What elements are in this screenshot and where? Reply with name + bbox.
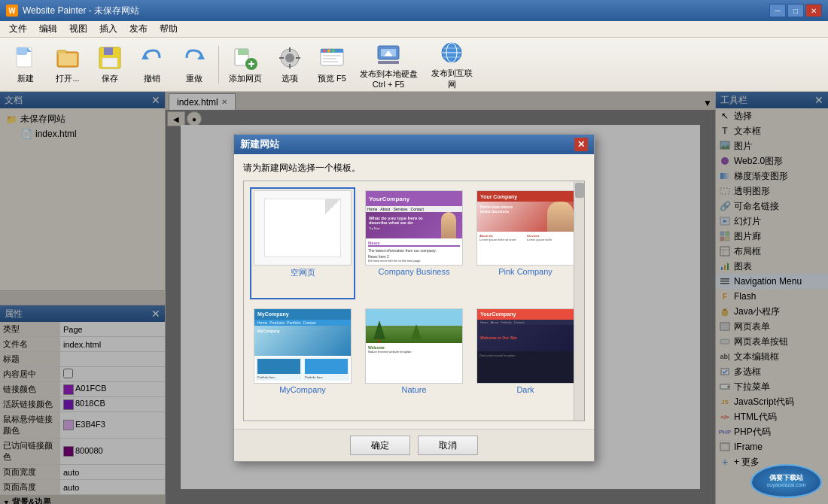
svg-rect-5 [59,53,77,65]
new-label: 新建 [17,73,34,84]
svg-rect-12 [238,49,248,55]
publish-web-icon [438,39,465,66]
main-toolbar: 新建 打开... 保存 撤销 [0,38,828,92]
undo-icon [139,44,166,71]
template-mycompany-name: MyCompany [279,385,326,394]
preview-icon [318,44,346,71]
dialog-confirm-button[interactable]: 确定 [350,436,410,455]
svg-rect-8 [102,58,117,67]
redo-label: 重做 [186,73,202,84]
template-company-business[interactable]: YourCompany HomeAboutServicesContact Wha [361,187,467,299]
new-website-dialog: 新建网站 ✕ 请为新建网站选择一个模板。 [233,134,595,462]
svg-rect-27 [323,55,341,56]
svg-rect-18 [289,47,291,52]
menu-edit[interactable]: 编辑 [33,21,63,37]
dialog-body: 请为新建网站选择一个模板。 [234,154,594,429]
svg-rect-7 [104,47,113,55]
svg-rect-1 [17,47,27,55]
template-grid[interactable]: 空网页 YourCompany HomeAboutServic [244,181,584,421]
publish-local-button[interactable]: 发布到本地硬盘Ctrl + F5 [355,42,422,87]
template-company-name: Company Business [379,267,450,276]
menu-publish[interactable]: 发布 [123,21,154,37]
svg-point-24 [323,50,326,53]
menu-help[interactable]: 帮助 [154,21,184,37]
template-pink-name: Pink Company [498,267,553,276]
close-button[interactable]: ✕ [805,4,822,17]
publish-local-label: 发布到本地硬盘Ctrl + F5 [357,68,420,89]
options-button[interactable]: 选项 [270,42,309,87]
template-blank-name: 空网页 [291,267,315,278]
template-pink-company[interactable]: Your Company Better data meansbetter dec… [473,187,578,299]
options-icon [276,44,303,71]
svg-rect-21 [296,57,300,59]
redo-button[interactable]: 重做 [175,42,214,87]
addpage-label: 添加网页 [229,73,262,84]
svg-point-25 [327,50,330,53]
dialog-description: 请为新建网站选择一个模板。 [243,162,585,175]
redo-icon [181,44,208,71]
template-dark-thumb: YourCompany HomeAboutPortfolioContact We… [476,308,574,384]
template-blank-thumb [254,190,352,266]
template-dark[interactable]: YourCompany HomeAboutPortfolioContact We… [473,305,578,415]
save-button[interactable]: 保存 [90,42,129,87]
template-company-thumb: YourCompany HomeAboutServicesContact Wha [365,190,463,266]
template-pink-thumb: Your Company Better data meansbetter dec… [476,190,574,266]
dialog-close-button[interactable]: ✕ [574,138,588,151]
open-icon [54,44,81,71]
template-nature-thumb: Welcome Nature themed website template [365,308,463,384]
dialog-title-text: 新建网站 [240,138,279,151]
svg-point-26 [332,50,335,53]
open-button[interactable]: 打开... [48,42,87,87]
dialog-overlay: 新建网站 ✕ 请为新建网站选择一个模板。 [0,92,828,504]
title-bar-left: W Website Painter - 未保存网站 [6,5,139,17]
template-my-company[interactable]: MyCompany HomeProductsPortfolioContact M… [250,305,355,415]
dialog-cancel-button[interactable]: 取消 [418,436,478,455]
save-icon [96,44,123,71]
undo-button[interactable]: 撤销 [132,42,172,87]
undo-label: 撤销 [144,73,160,84]
addpage-icon [232,44,259,71]
dialog-title-bar: 新建网站 ✕ [234,135,594,154]
open-label: 打开... [56,73,79,84]
publish-local-icon [375,40,402,67]
preview-button[interactable]: 预览 F5 [312,42,352,87]
svg-rect-29 [323,61,338,62]
menu-insert[interactable]: 插入 [93,21,123,37]
app-icon: W [6,5,18,17]
template-dark-name: Dark [516,385,534,394]
svg-point-17 [285,53,294,62]
preview-label: 预览 F5 [318,73,346,84]
template-list-container: 空网页 YourCompany HomeAboutServic [243,181,585,421]
toolbar-sep-1 [218,46,219,83]
main-area: 文档 ✕ 📁 未保存网站 📄 index.html 属性 ✕ [0,92,828,504]
title-bar: W Website Painter - 未保存网站 ─ □ ✕ [0,0,828,21]
menu-bar: 文件 编辑 视图 插入 发布 帮助 [0,21,828,38]
svg-rect-32 [378,61,399,64]
publish-web-label: 发布到互联网 [428,68,476,90]
template-scrollbar[interactable] [574,181,584,421]
maximize-button[interactable]: □ [787,4,804,17]
template-blank[interactable]: 空网页 [250,187,355,299]
options-label: 选项 [282,73,298,84]
menu-file[interactable]: 文件 [3,21,33,37]
addpage-button[interactable]: 添加网页 [224,42,267,87]
menu-view[interactable]: 视图 [63,21,93,37]
svg-rect-28 [323,58,336,59]
new-icon [12,44,39,71]
title-bar-controls: ─ □ ✕ [769,4,822,17]
minimize-button[interactable]: ─ [769,4,786,17]
template-nature[interactable]: Welcome Nature themed website template N… [361,305,467,415]
new-button[interactable]: 新建 [6,42,45,87]
dialog-footer: 确定 取消 [234,429,594,461]
svg-rect-19 [289,64,291,68]
publish-web-button[interactable]: 发布到互联网 [425,42,478,87]
template-mycompany-thumb: MyCompany HomeProductsPortfolioContact M… [254,308,352,384]
template-nature-name: Nature [401,385,426,394]
svg-rect-20 [279,57,284,59]
app-title: Website Painter - 未保存网站 [23,5,139,17]
save-label: 保存 [102,73,118,84]
